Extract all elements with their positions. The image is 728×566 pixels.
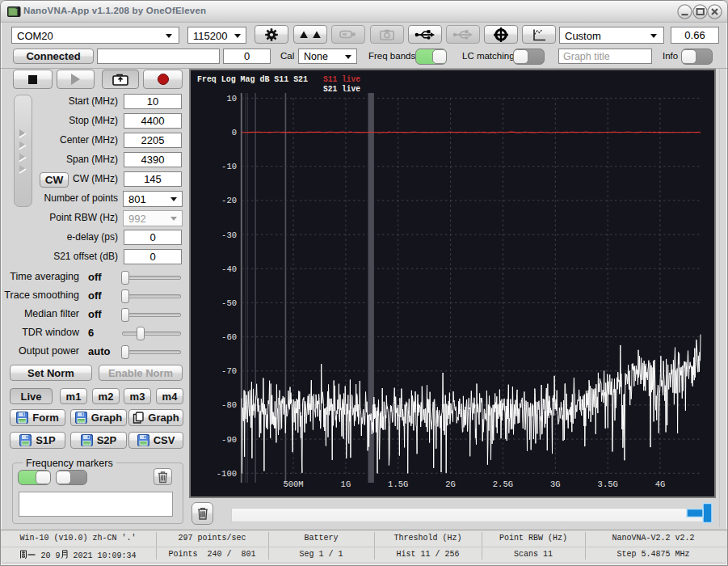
svg-text:-10: -10: [221, 162, 237, 171]
svg-text:-40: -40: [221, 264, 237, 274]
svg-text:-90: -90: [221, 435, 237, 445]
svg-text:-100: -100: [217, 469, 237, 479]
svg-text:-20: -20: [221, 196, 237, 205]
svg-text:2G: 2G: [445, 479, 456, 489]
svg-text:S21 live: S21 live: [323, 84, 360, 94]
svg-text:-70: -70: [221, 366, 237, 376]
svg-text:500M: 500M: [283, 479, 303, 489]
svg-text:1G: 1G: [341, 479, 351, 489]
svg-text:4G: 4G: [655, 479, 666, 489]
svg-text:-80: -80: [221, 400, 237, 410]
svg-text:2.5G: 2.5G: [493, 479, 513, 489]
svg-text:-50: -50: [221, 298, 237, 308]
svg-text:Freq Log Mag dB S11 S21: Freq Log Mag dB S11 S21: [197, 74, 308, 84]
svg-text:1.5G: 1.5G: [388, 479, 408, 489]
svg-text:-60: -60: [221, 332, 237, 342]
svg-text:S11 live: S11 live: [323, 74, 360, 84]
svg-text:10: 10: [226, 94, 237, 103]
svg-text:-30: -30: [221, 230, 237, 240]
svg-text:3.5G: 3.5G: [598, 479, 618, 489]
svg-text:0: 0: [232, 128, 237, 137]
svg-text:3G: 3G: [550, 479, 561, 489]
